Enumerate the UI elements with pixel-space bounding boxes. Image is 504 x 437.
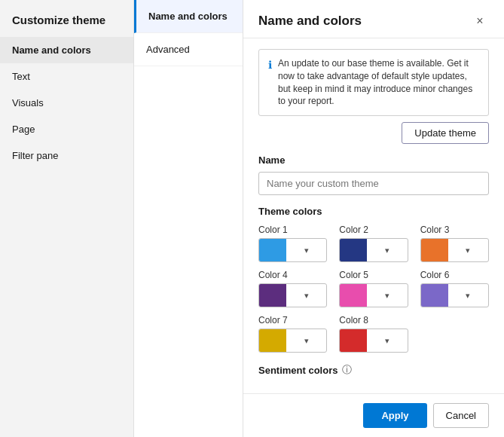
name-section-label: Name xyxy=(258,154,489,166)
info-message: An update to our base theme is available… xyxy=(278,57,479,108)
color-picker-color2[interactable] xyxy=(339,238,408,262)
color-label-color3: Color 3 xyxy=(420,225,489,235)
color-item-color7: Color 7 xyxy=(258,315,327,353)
color-swatch-color7 xyxy=(259,329,286,352)
name-input[interactable] xyxy=(258,172,489,195)
sidebar-item-filter-pane[interactable]: Filter pane xyxy=(0,142,133,169)
color-picker-color3[interactable] xyxy=(420,238,489,262)
sidebar-title: Customize theme xyxy=(0,0,133,37)
color-label-color7: Color 7 xyxy=(258,315,327,325)
color-dropdown-color8[interactable] xyxy=(367,336,407,346)
color-picker-color7[interactable] xyxy=(258,329,327,353)
color-item-color8: Color 8 xyxy=(339,315,408,353)
color-dropdown-color1[interactable] xyxy=(286,246,326,255)
update-theme-button[interactable]: Update theme xyxy=(402,122,489,144)
middle-panel: Name and colors Advanced xyxy=(134,0,243,437)
color-picker-color6[interactable] xyxy=(420,283,489,307)
footer: Apply Cancel xyxy=(243,393,504,437)
color-item-color6: Color 6 xyxy=(420,270,489,307)
sentiment-label: Sentiment colors xyxy=(258,365,338,376)
color-swatch-color8 xyxy=(340,329,367,352)
color-dropdown-color7[interactable] xyxy=(286,336,326,346)
color-item-color2: Color 2 xyxy=(339,225,408,262)
color-label-color5: Color 5 xyxy=(339,270,408,280)
middle-item-name-and-colors[interactable]: Name and colors xyxy=(134,0,243,33)
sidebar-item-name-and-colors[interactable]: Name and colors xyxy=(0,37,133,63)
color-dropdown-color5[interactable] xyxy=(367,291,407,301)
color-swatch-color3 xyxy=(421,239,448,261)
main-panel-title: Name and colors xyxy=(258,14,362,29)
color-label-color2: Color 2 xyxy=(339,225,408,235)
color-dropdown-color2[interactable] xyxy=(367,246,407,255)
color-picker-color5[interactable] xyxy=(339,283,408,307)
color-swatch-color2 xyxy=(340,239,367,261)
color-label-color4: Color 4 xyxy=(258,270,327,280)
color-label-color1: Color 1 xyxy=(258,225,327,235)
color-picker-color8[interactable] xyxy=(339,329,408,353)
name-section: Name xyxy=(243,144,504,195)
middle-item-advanced[interactable]: Advanced xyxy=(134,33,243,66)
color-dropdown-color3[interactable] xyxy=(448,246,488,255)
color-item-color1: Color 1 xyxy=(258,225,327,262)
color-picker-color1[interactable] xyxy=(258,238,327,262)
cancel-button[interactable]: Cancel xyxy=(433,403,489,428)
sidebar-item-visuals[interactable]: Visuals xyxy=(0,90,133,116)
main-content: Name and colors × ℹ An update to our bas… xyxy=(243,0,504,437)
main-header: Name and colors × xyxy=(243,0,504,38)
color-label-color8: Color 8 xyxy=(339,315,408,325)
color-swatch-color6 xyxy=(421,284,448,307)
update-theme-wrapper: Update theme xyxy=(258,122,489,144)
info-box: ℹ An update to our base theme is availab… xyxy=(258,49,489,116)
color-swatch-color4 xyxy=(259,284,286,307)
color-item-color5: Color 5 xyxy=(339,270,408,307)
color-swatch-color5 xyxy=(340,284,367,307)
color-item-color4: Color 4 xyxy=(258,270,327,307)
theme-colors-label: Theme colors xyxy=(258,206,489,217)
sidebar-item-page[interactable]: Page xyxy=(0,116,133,142)
color-swatch-color1 xyxy=(259,239,286,261)
color-dropdown-color6[interactable] xyxy=(448,291,488,301)
sentiment-info-icon: ⓘ xyxy=(342,363,352,377)
sentiment-section: Sentiment colors ⓘ xyxy=(243,353,504,377)
sidebar-item-text[interactable]: Text xyxy=(0,63,133,90)
close-button[interactable]: × xyxy=(471,12,489,30)
theme-colors-section: Theme colors Color 1Color 2Color 3Color … xyxy=(243,195,504,353)
colors-grid: Color 1Color 2Color 3Color 4Color 5Color… xyxy=(258,225,489,353)
sidebar: Customize theme Name and colors Text Vis… xyxy=(0,0,134,437)
color-picker-color4[interactable] xyxy=(258,283,327,307)
color-dropdown-color4[interactable] xyxy=(286,291,326,301)
color-label-color6: Color 6 xyxy=(420,270,489,280)
color-item-color3: Color 3 xyxy=(420,225,489,262)
info-icon: ℹ xyxy=(268,58,272,73)
apply-button[interactable]: Apply xyxy=(363,403,426,428)
